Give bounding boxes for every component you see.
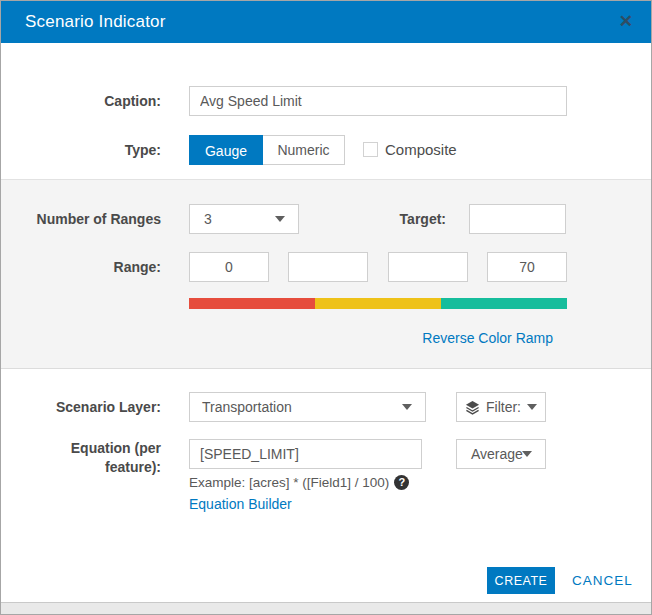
reverse-color-ramp-link[interactable]: Reverse Color Ramp: [422, 330, 553, 346]
color-ramp: [189, 298, 567, 309]
chevron-down-icon: [522, 451, 532, 457]
color-ramp-segment-green: [441, 298, 567, 309]
range-input-1[interactable]: [189, 252, 269, 282]
type-toggle: Gauge Numeric: [189, 135, 345, 165]
scenario-indicator-dialog-screen: Scenario Indicator ✕ Caption: Type: Gaug…: [0, 0, 652, 615]
equation-builder-link[interactable]: Equation Builder: [189, 496, 292, 512]
range-input-3[interactable]: [388, 252, 468, 282]
color-ramp-segment-yellow: [315, 298, 441, 309]
operation-dropdown[interactable]: Average: [456, 439, 546, 469]
layers-icon: [465, 400, 480, 415]
equation-label: Equation (per feature):: [1, 439, 161, 477]
dialog-header: Scenario Indicator ✕: [1, 1, 651, 43]
help-icon[interactable]: ?: [394, 475, 409, 490]
filter-label: Filter:: [486, 399, 521, 415]
composite-label: Composite: [385, 135, 457, 165]
cancel-button[interactable]: CANCEL: [572, 567, 633, 594]
equation-label-line2: feature):: [1, 458, 161, 477]
dialog-title: Scenario Indicator: [25, 1, 166, 43]
equation-input[interactable]: [189, 439, 422, 469]
composite-checkbox[interactable]: [363, 142, 378, 157]
type-option-gauge[interactable]: Gauge: [189, 135, 263, 165]
equation-label-line1: Equation (per: [1, 439, 161, 458]
scenario-indicator-dialog: Scenario Indicator ✕ Caption: Type: Gaug…: [1, 1, 651, 603]
chevron-down-icon: [402, 404, 412, 410]
scenario-layer-value: Transportation: [202, 399, 292, 415]
caption-input[interactable]: [189, 86, 567, 116]
range-input-4[interactable]: [487, 252, 567, 282]
number-of-ranges-label: Number of Ranges: [1, 204, 161, 234]
equation-example: Example: [acres] * ([Field1] / 100) ?: [189, 475, 409, 490]
number-of-ranges-dropdown[interactable]: 3: [189, 204, 299, 234]
chevron-down-icon: [527, 404, 537, 410]
color-ramp-segment-red: [189, 298, 315, 309]
create-button[interactable]: CREATE: [487, 567, 555, 594]
type-label: Type:: [1, 135, 161, 165]
chevron-down-icon: [275, 216, 285, 222]
range-label: Range:: [1, 252, 161, 282]
operation-value: Average: [471, 446, 523, 462]
close-icon[interactable]: ✕: [619, 1, 633, 43]
number-of-ranges-value: 3: [204, 211, 212, 227]
target-label: Target:: [346, 204, 446, 234]
equation-example-text: Example: [acres] * ([Field1] / 100): [189, 475, 389, 490]
type-option-numeric[interactable]: Numeric: [263, 135, 345, 165]
scenario-layer-dropdown[interactable]: Transportation: [189, 392, 426, 422]
caption-label: Caption:: [1, 86, 161, 116]
filter-button[interactable]: Filter:: [456, 392, 546, 422]
target-input[interactable]: [469, 204, 566, 234]
scenario-layer-label: Scenario Layer:: [1, 392, 161, 422]
range-input-2[interactable]: [288, 252, 368, 282]
